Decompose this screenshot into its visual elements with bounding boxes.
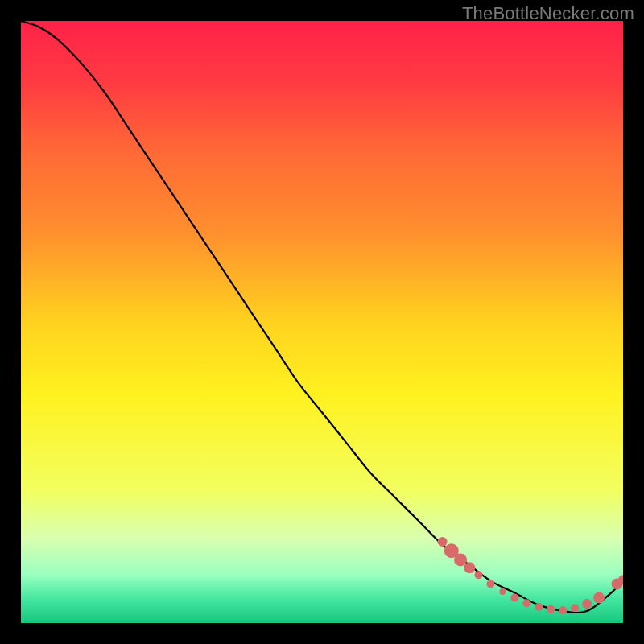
data-marker [582, 599, 592, 609]
attribution-label: TheBottleNecker.com [462, 3, 634, 24]
data-marker [547, 605, 555, 613]
chart-svg [21, 21, 623, 623]
data-marker [474, 571, 482, 579]
data-marker [438, 537, 448, 547]
data-marker [486, 580, 494, 588]
data-marker [559, 606, 567, 614]
data-marker [522, 599, 530, 607]
data-marker [571, 604, 579, 612]
data-marker [535, 603, 543, 611]
data-marker [593, 592, 605, 604]
data-marker [510, 594, 518, 602]
data-marker [464, 562, 475, 573]
data-marker [499, 588, 506, 595]
gradient-background [21, 21, 623, 623]
chart-area [21, 21, 623, 623]
